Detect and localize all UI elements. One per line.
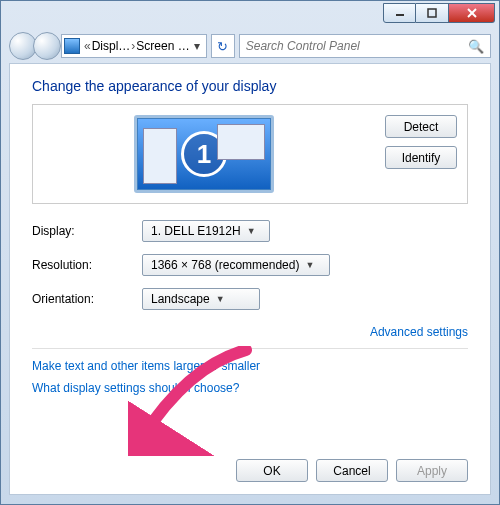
- advanced-settings-link[interactable]: Advanced settings: [370, 325, 468, 339]
- minimize-button[interactable]: [383, 3, 416, 23]
- advanced-settings-row: Advanced settings: [32, 322, 468, 340]
- display-preview-area: 1 Detect Identify: [32, 104, 468, 204]
- breadcrumb[interactable]: « Displ… › Screen … ▾: [61, 34, 207, 58]
- monitor-thumbnail[interactable]: 1: [134, 115, 274, 193]
- orientation-row: Orientation: Landscape ▼: [32, 288, 468, 310]
- navbar: « Displ… › Screen … ▾ ↻ 🔍: [9, 29, 491, 63]
- chevron-down-icon: ▼: [247, 226, 256, 236]
- ok-button[interactable]: OK: [236, 459, 308, 482]
- refresh-icon: ↻: [217, 39, 228, 54]
- display-value: 1. DELL E1912H: [151, 224, 241, 238]
- breadcrumb-sep: «: [83, 39, 92, 53]
- divider: [32, 348, 468, 349]
- text-size-link[interactable]: Make text and other items larger or smal…: [32, 359, 468, 373]
- maximize-button[interactable]: [416, 3, 449, 23]
- refresh-button[interactable]: ↻: [211, 34, 235, 58]
- display-row: Display: 1. DELL E1912H ▼: [32, 220, 468, 242]
- chevron-down-icon: ▼: [305, 260, 314, 270]
- search-input[interactable]: [246, 39, 468, 53]
- content-pane: Change the appearance of your display 1 …: [9, 63, 491, 495]
- window-controls: [383, 3, 495, 23]
- mini-window-icon: [143, 128, 177, 184]
- control-panel-icon: [64, 38, 80, 54]
- search-box[interactable]: 🔍: [239, 34, 491, 58]
- breadcrumb-dropdown[interactable]: ▾: [190, 39, 204, 53]
- orientation-label: Orientation:: [32, 292, 142, 306]
- detect-button[interactable]: Detect: [385, 115, 457, 138]
- nav-back-forward: [9, 32, 57, 60]
- display-dropdown[interactable]: 1. DELL E1912H ▼: [142, 220, 270, 242]
- page-title: Change the appearance of your display: [32, 78, 468, 94]
- breadcrumb-part[interactable]: Screen …: [136, 39, 189, 53]
- resolution-value: 1366 × 768 (recommended): [151, 258, 299, 272]
- cancel-button[interactable]: Cancel: [316, 459, 388, 482]
- orientation-value: Landscape: [151, 292, 210, 306]
- chevron-down-icon: ▼: [216, 294, 225, 304]
- breadcrumb-part[interactable]: Displ…: [92, 39, 131, 53]
- display-preview[interactable]: 1: [43, 115, 365, 193]
- svg-rect-1: [428, 9, 436, 17]
- resolution-dropdown[interactable]: 1366 × 768 (recommended) ▼: [142, 254, 330, 276]
- close-button[interactable]: [449, 3, 495, 23]
- which-settings-link[interactable]: What display settings should I choose?: [32, 381, 468, 395]
- titlebar: [1, 1, 499, 29]
- search-icon: 🔍: [468, 39, 484, 54]
- orientation-dropdown[interactable]: Landscape ▼: [142, 288, 260, 310]
- dialog-button-row: OK Cancel Apply: [236, 459, 468, 482]
- preview-buttons: Detect Identify: [385, 115, 457, 193]
- identify-button[interactable]: Identify: [385, 146, 457, 169]
- resolution-row: Resolution: 1366 × 768 (recommended) ▼: [32, 254, 468, 276]
- apply-button[interactable]: Apply: [396, 459, 468, 482]
- display-label: Display:: [32, 224, 142, 238]
- resolution-label: Resolution:: [32, 258, 142, 272]
- help-links: Make text and other items larger or smal…: [32, 359, 468, 395]
- window-frame: « Displ… › Screen … ▾ ↻ 🔍 Change the app…: [0, 0, 500, 505]
- mini-window-icon: [217, 124, 265, 160]
- forward-button[interactable]: [33, 32, 61, 60]
